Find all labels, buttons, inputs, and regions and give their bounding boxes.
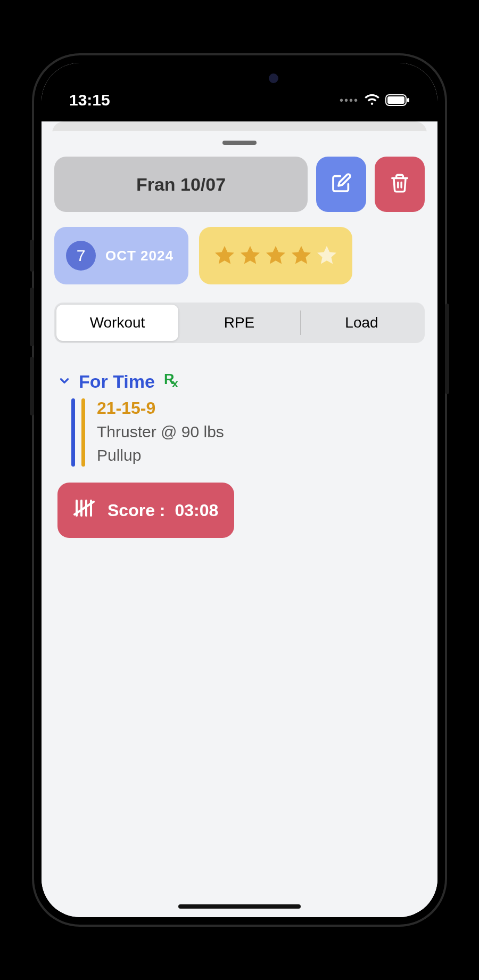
delete-button[interactable] bbox=[375, 157, 425, 212]
battery-icon bbox=[385, 94, 410, 106]
score-button[interactable]: Score : 03:08 bbox=[57, 483, 234, 538]
tab-rpe[interactable]: RPE bbox=[178, 305, 300, 341]
home-indicator[interactable] bbox=[178, 904, 301, 909]
modal-sheet: Fran 10/07 7 OCT 2024 bbox=[42, 131, 437, 917]
rep-scheme: 21-15-9 bbox=[97, 398, 224, 418]
rx-icon: Rx bbox=[162, 370, 181, 393]
edit-button[interactable] bbox=[316, 157, 366, 212]
phone-side-button bbox=[445, 304, 449, 394]
phone-side-button bbox=[30, 288, 34, 346]
movement-line: Pullup bbox=[97, 444, 224, 467]
tab-label: Load bbox=[345, 314, 378, 331]
tab-load[interactable]: Load bbox=[301, 305, 423, 341]
section-bar-blue bbox=[71, 398, 75, 467]
star-icon bbox=[213, 244, 236, 267]
cellular-icon: •••• bbox=[340, 94, 359, 107]
svg-text:x: x bbox=[172, 377, 178, 389]
score-value: 03:08 bbox=[175, 501, 218, 520]
tally-icon bbox=[73, 497, 98, 523]
workout-section: For Time Rx 21-15-9 Thruster @ 90 lbs Pu… bbox=[54, 370, 425, 538]
tab-label: Workout bbox=[90, 314, 145, 331]
tab-workout[interactable]: Workout bbox=[56, 305, 178, 341]
section-bar-yellow bbox=[81, 398, 85, 467]
edit-icon bbox=[331, 173, 352, 196]
workout-title[interactable]: Fran 10/07 bbox=[54, 157, 308, 212]
svg-rect-2 bbox=[407, 98, 409, 102]
section-header[interactable]: For Time Rx bbox=[57, 370, 422, 393]
trash-icon bbox=[390, 173, 410, 195]
wifi-icon bbox=[364, 94, 380, 106]
screen: 13:15 •••• Fran 10/07 bbox=[42, 63, 437, 917]
star-icon bbox=[238, 244, 262, 267]
rating-chip[interactable] bbox=[199, 227, 352, 284]
phone-notch bbox=[178, 63, 301, 94]
phone-frame: 13:15 •••• Fran 10/07 bbox=[32, 53, 447, 927]
svg-rect-1 bbox=[387, 96, 404, 104]
phone-side-button bbox=[30, 357, 34, 415]
star-icon bbox=[264, 244, 287, 267]
phone-side-button bbox=[30, 240, 34, 272]
star-icon bbox=[290, 244, 313, 267]
movement-line: Thruster @ 90 lbs bbox=[97, 420, 224, 444]
sheet-grabber[interactable] bbox=[222, 141, 257, 145]
segmented-control: Workout RPE Load bbox=[54, 303, 425, 343]
score-label: Score : bbox=[108, 501, 165, 520]
date-month-year: OCT 2024 bbox=[105, 248, 174, 264]
chevron-down-icon bbox=[57, 371, 71, 392]
status-time: 13:15 bbox=[69, 91, 110, 109]
workout-title-text: Fran 10/07 bbox=[136, 174, 226, 195]
status-icons: •••• bbox=[340, 94, 410, 107]
date-chip[interactable]: 7 OCT 2024 bbox=[54, 227, 188, 284]
star-empty-icon bbox=[315, 244, 338, 267]
date-day: 7 bbox=[66, 241, 96, 271]
tab-label: RPE bbox=[224, 314, 255, 331]
section-title: For Time bbox=[79, 371, 155, 392]
